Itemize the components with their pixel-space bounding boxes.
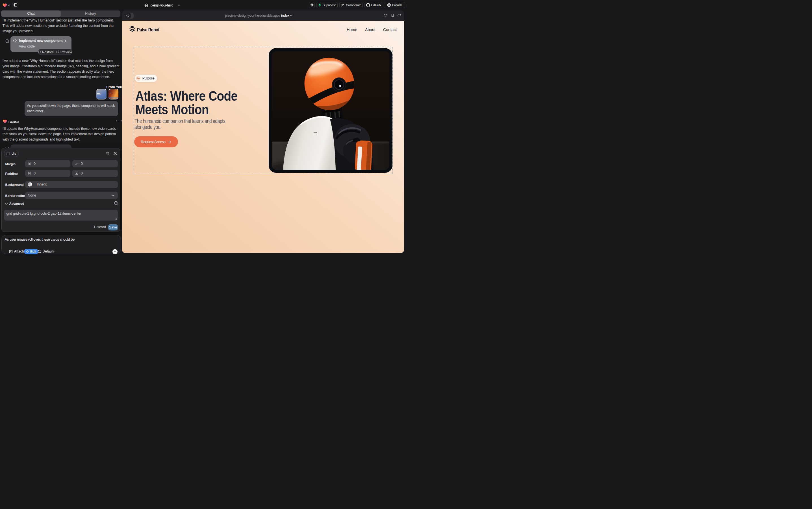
svg-text:?: ? xyxy=(115,202,117,204)
